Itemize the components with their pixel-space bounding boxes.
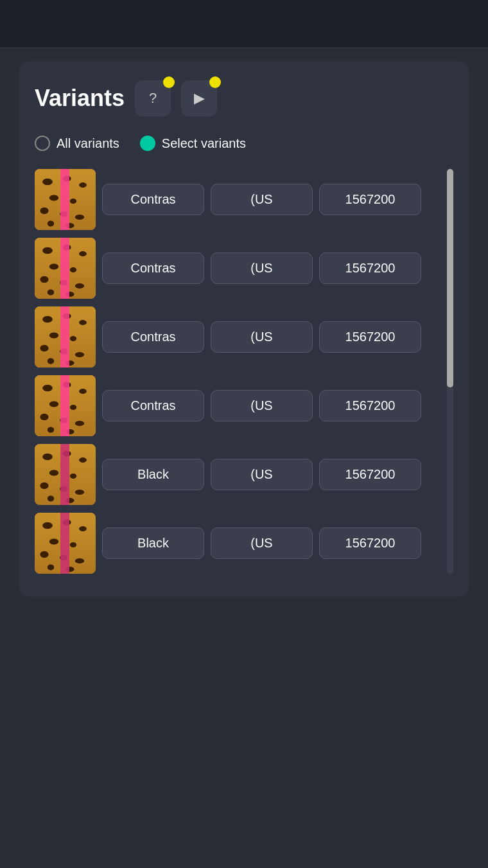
size-chip[interactable]: (US <box>211 390 313 421</box>
color-chip[interactable]: Contras <box>102 252 204 284</box>
all-variants-radio[interactable] <box>35 136 50 151</box>
variant-image <box>35 238 96 299</box>
top-bar <box>0 0 488 48</box>
play-icon: ▶ <box>194 90 205 107</box>
color-chip[interactable]: Contras <box>102 184 204 215</box>
question-icon: ? <box>149 90 157 107</box>
table-row: Contras(US1567200 <box>35 169 453 230</box>
panel-title: Variants <box>35 85 125 112</box>
select-variants-radio[interactable] <box>140 136 155 151</box>
sku-chip[interactable]: 1567200 <box>319 184 421 215</box>
variant-image <box>35 306 96 368</box>
play-badge <box>209 76 221 88</box>
color-chip[interactable]: Black <box>102 459 204 490</box>
table-row: Black(US1567200 <box>35 513 453 574</box>
color-chip[interactable]: Black <box>102 527 204 559</box>
variants-table: Contras(US1567200Contras(US1567200Contra… <box>35 169 453 574</box>
main-panel: Variants ? ▶ All variants Select variant… <box>19 61 469 597</box>
size-chip[interactable]: (US <box>211 527 313 559</box>
play-button[interactable]: ▶ <box>181 80 217 116</box>
table-row: Black(US1567200 <box>35 444 453 505</box>
scrollbar-track[interactable] <box>447 169 453 574</box>
size-chip[interactable]: (US <box>211 321 313 353</box>
size-chip[interactable]: (US <box>211 459 313 490</box>
variant-image <box>35 169 96 230</box>
variant-image <box>35 513 96 574</box>
sku-chip[interactable]: 1567200 <box>319 252 421 284</box>
size-chip[interactable]: (US <box>211 184 313 215</box>
scrollbar-thumb[interactable] <box>447 169 453 387</box>
table-row: Contras(US1567200 <box>35 306 453 368</box>
variant-image <box>35 444 96 505</box>
all-variants-option[interactable]: All variants <box>35 136 119 151</box>
color-chip[interactable]: Contras <box>102 390 204 421</box>
variant-image <box>35 375 96 436</box>
select-variants-label: Select variants <box>162 136 246 151</box>
color-chip[interactable]: Contras <box>102 321 204 353</box>
all-variants-label: All variants <box>57 136 119 151</box>
header-row: Variants ? ▶ <box>35 80 453 116</box>
table-row: Contras(US1567200 <box>35 375 453 436</box>
sku-chip[interactable]: 1567200 <box>319 390 421 421</box>
help-badge <box>163 76 175 88</box>
sku-chip[interactable]: 1567200 <box>319 527 421 559</box>
select-variants-option[interactable]: Select variants <box>140 136 246 151</box>
sku-chip[interactable]: 1567200 <box>319 321 421 353</box>
radio-group: All variants Select variants <box>35 136 453 151</box>
table-row: Contras(US1567200 <box>35 238 453 299</box>
help-button[interactable]: ? <box>135 80 171 116</box>
size-chip[interactable]: (US <box>211 252 313 284</box>
sku-chip[interactable]: 1567200 <box>319 459 421 490</box>
